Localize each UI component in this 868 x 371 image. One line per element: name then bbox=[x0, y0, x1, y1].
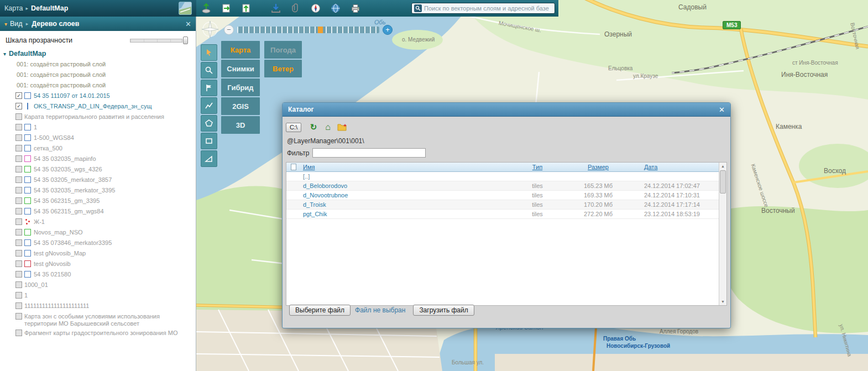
placemark-tool[interactable] bbox=[201, 80, 217, 96]
layer-tree-item[interactable]: 54 35 062315_gm_3395 bbox=[15, 196, 196, 207]
base-layer-button[interactable]: Снимки bbox=[221, 60, 260, 77]
layer-checkbox[interactable] bbox=[15, 145, 22, 151]
base-layer-button[interactable]: Гибрид bbox=[221, 79, 260, 96]
overlay-button[interactable]: Погода bbox=[264, 41, 302, 59]
file-row[interactable]: pgt_Chiktiles272.20 Мб23.12.2014 18:53:1… bbox=[286, 210, 719, 219]
layer-tree-item[interactable]: сетка_500 bbox=[15, 144, 196, 154]
layer-tree-item[interactable]: ✓54 35 111097 от 14.01.2015 bbox=[15, 91, 196, 102]
layer-tree-item[interactable]: 1-500_WGS84 bbox=[15, 133, 196, 144]
layer-tree-item[interactable]: 1111111111111111111111 bbox=[15, 301, 196, 312]
close-panel-icon[interactable]: ✕ bbox=[185, 20, 191, 28]
scroll-down-icon[interactable]: ▼ bbox=[719, 298, 726, 305]
layer-tree-item[interactable]: 1 bbox=[15, 123, 196, 133]
polygon-tool[interactable] bbox=[201, 115, 217, 132]
layer-checkbox[interactable] bbox=[15, 176, 22, 183]
file-name[interactable]: d_Beloborodovo bbox=[301, 182, 513, 189]
search-box[interactable] bbox=[411, 3, 555, 14]
layer-checkbox[interactable] bbox=[15, 292, 22, 299]
layer-tree-item[interactable]: 1000_01 bbox=[15, 280, 196, 291]
attach-file-icon[interactable] bbox=[289, 1, 303, 15]
layer-tree-item[interactable]: 54 35 032035_merkator_3395 bbox=[15, 186, 196, 196]
chevron-down-icon[interactable]: ▾ bbox=[4, 21, 7, 27]
layer-tree-item[interactable]: 001: создаётся растровый слой bbox=[15, 60, 196, 70]
layer-checkbox[interactable]: ✓ bbox=[15, 92, 22, 99]
layer-tree-item[interactable]: 001: создаётся растровый слой bbox=[15, 81, 196, 91]
layer-tree-item[interactable]: 54 35 032035_wgs_4326 bbox=[15, 165, 196, 175]
layer-tree-item[interactable]: Карта зон с особыми условиями использова… bbox=[15, 312, 196, 328]
refresh-icon[interactable]: ↻ bbox=[308, 122, 319, 133]
file-row[interactable]: d_Troisktiles170.20 Мб24.12.2014 17:17:1… bbox=[286, 200, 719, 210]
layer-tree-item[interactable]: ✓OKS_TRANSP_AD_LIN_Федерал_зн_сущ bbox=[15, 102, 196, 112]
choose-file-button[interactable]: Выберите файл bbox=[289, 305, 351, 316]
file-name[interactable]: pgt_Chik bbox=[301, 211, 513, 217]
layer-checkbox[interactable] bbox=[15, 250, 22, 257]
file-name[interactable]: d_Troisk bbox=[301, 201, 513, 208]
file-row[interactable]: d_Novootrubnoetiles169.33 Мб24.12.2014 1… bbox=[286, 191, 719, 200]
map-menu[interactable]: Карта bbox=[4, 4, 23, 12]
measure-tool[interactable] bbox=[201, 97, 217, 114]
export-layer-icon[interactable] bbox=[239, 1, 253, 15]
zoom-slider[interactable]: − + bbox=[224, 24, 393, 35]
opacity-slider-handle[interactable] bbox=[183, 36, 188, 44]
layer-checkbox[interactable] bbox=[15, 124, 22, 130]
base-layer-button[interactable]: 3D bbox=[221, 116, 260, 134]
new-folder-icon[interactable] bbox=[337, 122, 348, 133]
layer-checkbox[interactable] bbox=[15, 302, 22, 309]
layer-tree-item[interactable]: Фрагмент карты градостроительного зониро… bbox=[15, 328, 196, 339]
upload-file-button[interactable]: Загрузить файл bbox=[413, 305, 474, 316]
close-dialog-icon[interactable]: ✕ bbox=[719, 106, 725, 114]
layer-checkbox[interactable] bbox=[15, 281, 22, 288]
scroll-up-icon[interactable]: ▲ bbox=[719, 163, 726, 170]
zoom-level-marker[interactable] bbox=[318, 27, 323, 33]
layer-tree-item[interactable]: Карата территориального развития и рассе… bbox=[15, 112, 196, 123]
file-row-up[interactable]: [..] bbox=[286, 172, 719, 181]
layer-checkbox[interactable] bbox=[15, 166, 22, 173]
column-header-type[interactable]: Тип bbox=[513, 164, 562, 170]
opacity-slider-track[interactable] bbox=[130, 39, 182, 43]
layer-tree-item[interactable]: 54 35 021580 bbox=[15, 270, 196, 280]
layer-checkbox[interactable] bbox=[15, 271, 22, 278]
layer-checkbox[interactable] bbox=[15, 134, 22, 141]
layer-checkbox[interactable] bbox=[15, 113, 22, 120]
rectangle-tool[interactable] bbox=[201, 133, 217, 149]
column-header-size[interactable]: Размер bbox=[562, 164, 634, 170]
download-icon[interactable] bbox=[269, 1, 283, 15]
drive-c-button[interactable]: C:\ bbox=[286, 123, 301, 132]
layer-checkbox[interactable] bbox=[15, 313, 22, 320]
zoom-in-button[interactable]: + bbox=[383, 25, 393, 35]
zoom-out-button[interactable]: − bbox=[224, 25, 234, 35]
layer-checkbox[interactable]: ✓ bbox=[15, 103, 22, 109]
column-header-name[interactable]: Имя bbox=[301, 164, 513, 170]
layer-tree-item[interactable]: 54 35 073846_merkator3395 bbox=[15, 238, 196, 249]
tree-root-row[interactable]: ▾ DefaultMap bbox=[0, 48, 196, 59]
file-name[interactable]: [..] bbox=[301, 173, 513, 180]
layer-tree-item[interactable]: 54 35 032035_mapinfo bbox=[15, 154, 196, 165]
filter-input[interactable] bbox=[312, 148, 426, 158]
compass-rose-icon[interactable] bbox=[201, 20, 219, 39]
layer-tree-item[interactable]: Novos_map_NSO bbox=[15, 228, 196, 238]
layer-checkbox[interactable] bbox=[15, 330, 22, 336]
atlas-icon[interactable] bbox=[328, 1, 343, 15]
file-list-scrollbar[interactable]: ▲ ▼ bbox=[719, 163, 726, 305]
home-icon[interactable]: ⌂ bbox=[322, 122, 333, 133]
scrollbar-thumb[interactable] bbox=[720, 170, 726, 194]
file-row[interactable]: d_Beloborodovotiles165.23 Мб24.12.2014 1… bbox=[286, 181, 719, 191]
opacity-slider[interactable] bbox=[130, 36, 188, 44]
layer-checkbox[interactable] bbox=[15, 187, 22, 194]
select-arrow-tool[interactable] bbox=[201, 44, 217, 61]
add-raster-layer-icon[interactable] bbox=[199, 1, 213, 15]
layer-checkbox[interactable] bbox=[15, 197, 22, 204]
zoom-track[interactable] bbox=[237, 27, 379, 33]
export-image-icon[interactable] bbox=[219, 1, 233, 15]
layer-tree-item[interactable]: Ж-1 bbox=[15, 217, 196, 228]
layer-tree-item[interactable]: 1 bbox=[15, 291, 196, 301]
search-input[interactable] bbox=[424, 5, 552, 12]
layer-checkbox[interactable] bbox=[15, 260, 22, 267]
map-preview-icon[interactable] bbox=[179, 2, 192, 15]
layer-tree-item[interactable]: 54 35 03205_merkator_3857 bbox=[15, 175, 196, 186]
profile-tool[interactable] bbox=[201, 150, 217, 167]
layer-tree-item[interactable]: 001: создаётся растровый слой bbox=[15, 70, 196, 81]
overlay-button[interactable]: Ветер bbox=[264, 60, 302, 77]
layer-tree-item[interactable]: test gNovosib_Map bbox=[15, 249, 196, 259]
layer-checkbox[interactable] bbox=[15, 208, 22, 215]
